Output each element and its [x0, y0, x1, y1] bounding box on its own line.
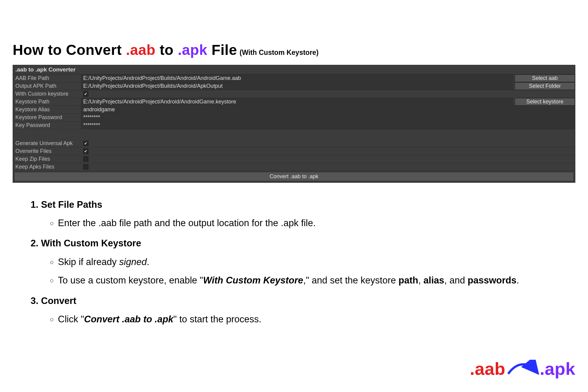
step-3: Convert Click "Convert .aab to .apk" to …	[41, 292, 558, 328]
step-2-bullet-1: Skip if already signed.	[58, 253, 558, 270]
label-keystore-alias: Keystore Alias	[13, 106, 81, 113]
row-keystore-path: Keystore Path E:/UnityProjects/AndroidPr…	[13, 98, 575, 106]
row-keystore-alias: Keystore Alias androidgame	[13, 106, 575, 114]
row-with-keystore: With Custom keystore	[13, 90, 575, 98]
input-keystore-alias[interactable]: androidgame	[81, 106, 575, 113]
label-keystore-path: Keystore Path	[13, 98, 81, 106]
step-1-bullet: Enter the .aab file path and the output …	[58, 214, 558, 232]
input-keystore-path[interactable]: E:/UnityProjects/AndroidProject/Android/…	[81, 98, 514, 106]
step-1: Set File Paths Enter the .aab file path …	[41, 196, 558, 232]
instructions: Set File Paths Enter the .aab file path …	[13, 183, 575, 328]
footer-logo: .aab .apk	[470, 359, 575, 379]
input-keystore-password[interactable]: ********	[81, 114, 575, 121]
title-text: to	[156, 42, 178, 58]
label-out-path: Output APK Path	[13, 82, 81, 90]
title-text: How to Convert	[13, 42, 126, 58]
converter-panel: .aab to .apk Converter AAB File Path E:/…	[13, 65, 575, 183]
step-2-title: With Custom Keystore	[41, 238, 141, 248]
checkbox-overwrite[interactable]	[83, 149, 88, 154]
input-key-password[interactable]: ********	[81, 122, 575, 129]
label-with-keystore: With Custom keystore	[13, 90, 81, 98]
convert-button[interactable]: Convert .aab to .apk	[14, 172, 574, 181]
row-gen-universal: Generate Universal Apk	[13, 140, 575, 147]
label-overwrite: Overwrite Files	[13, 147, 81, 155]
row-out-path: Output APK Path E:/UnityProjects/Android…	[13, 82, 575, 90]
footer-aab: .aab	[470, 359, 505, 379]
title-aab: .aab	[126, 42, 156, 58]
page-title: How to Convert .aab to .apk File	[13, 42, 237, 58]
select-keystore-button[interactable]: Select keystore	[515, 98, 575, 106]
label-key-password: Key Password	[13, 122, 81, 129]
row-overwrite: Overwrite Files	[13, 147, 575, 155]
row-aab-path: AAB File Path E:/UnityProjects/AndroidPr…	[13, 74, 575, 82]
footer-apk: .apk	[540, 359, 575, 379]
checkbox-with-keystore[interactable]	[83, 91, 88, 96]
step-3-bullet: Click "Convert .aab to .apk" to start th…	[58, 311, 558, 328]
row-keep-apks: Keep Apks Files	[13, 163, 575, 171]
title-apk: .apk	[178, 42, 207, 58]
input-out-path[interactable]: E:/UnityProjects/AndroidProject/Builds/A…	[81, 82, 514, 90]
step-2-bullet-2: To use a custom keystore, enable "With C…	[58, 272, 558, 289]
panel-header: .aab to .apk Converter	[13, 65, 575, 74]
label-keep-zip: Keep Zip Files	[13, 155, 81, 163]
select-folder-button[interactable]: Select Folder	[515, 82, 575, 90]
page-subtitle: (With Custom Keystore)	[240, 49, 319, 57]
select-aab-button[interactable]: Select aab	[515, 74, 575, 82]
step-1-title: Set File Paths	[41, 199, 102, 210]
arrow-icon	[506, 360, 539, 378]
title-text: File	[207, 42, 237, 58]
label-keep-apks: Keep Apks Files	[13, 163, 81, 171]
label-aab-path: AAB File Path	[13, 74, 81, 82]
label-keystore-password: Keystore Password	[13, 114, 81, 121]
row-keystore-password: Keystore Password ********	[13, 114, 575, 122]
step-2: With Custom Keystore Skip if already sig…	[41, 235, 558, 289]
checkbox-keep-apks[interactable]	[83, 164, 88, 169]
label-gen-universal: Generate Universal Apk	[13, 140, 81, 147]
row-keep-zip: Keep Zip Files	[13, 155, 575, 163]
checkbox-keep-zip[interactable]	[83, 156, 88, 162]
step-3-title: Convert	[41, 296, 76, 306]
checkbox-gen-universal[interactable]	[83, 141, 88, 146]
input-aab-path[interactable]: E:/UnityProjects/AndroidProject/Builds/A…	[81, 74, 514, 82]
panel-spacer	[13, 129, 575, 140]
row-key-password: Key Password ********	[13, 122, 575, 129]
